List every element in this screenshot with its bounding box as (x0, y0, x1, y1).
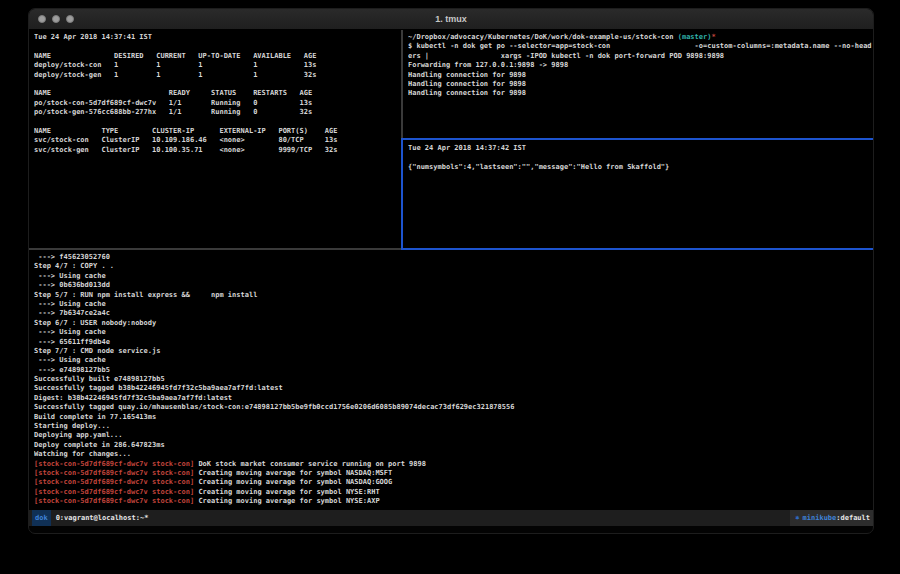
terminal-line: {"numsymbols":4,"lastseen":"","message":… (408, 163, 874, 172)
log-message: DoK stock market consumer service runnin… (198, 460, 426, 468)
terminal-line: ---> Using cache (34, 356, 874, 365)
tmux-status-bar: dok 0:vagrant@localhost:~* ⎈ minikube :d… (29, 510, 874, 526)
screen: { "window": { "title": "1. tmux" }, "col… (0, 0, 900, 574)
terminal-line: ---> 0b636bd013dd (34, 281, 874, 290)
log-pod-prefix: [stock-con-5d7df689cf-dwc7v stock-con] (34, 488, 198, 496)
terminal-line (34, 118, 401, 127)
kube-context-label: minikube (803, 514, 837, 522)
terminal-line: svc/stock-gen ClusterIP 10.100.35.71 <no… (34, 146, 401, 155)
terminal-line: ---> Using cache (34, 272, 874, 281)
kubernetes-helm-icon: ⎈ (795, 514, 799, 522)
log-message: Creating moving average for symbol NASDA… (198, 469, 392, 477)
terminal-line: NAME TYPE CLUSTER-IP EXTERNAL-IP PORT(S)… (34, 127, 401, 136)
git-branch-label: (master) (678, 33, 712, 41)
terminal-line: Handling connection for 9898 (408, 80, 874, 89)
terminal-line: ---> 7b6347ce2a4c (34, 309, 874, 318)
terminal-line: Tue 24 Apr 2018 14:37:42 IST (408, 144, 874, 153)
pane-port-forward[interactable]: ~/Dropbox/advocacy/Kubernetes/DoK/work/d… (403, 30, 874, 138)
terminal-line: NAME DESIRED CURRENT UP-TO-DATE AVAILABL… (34, 52, 401, 61)
terminal-line: Step 5/7 : RUN npm install express && np… (34, 291, 874, 300)
terminal-line: Successfully tagged quay.io/mhausenblas/… (34, 403, 874, 412)
log-message: Creating moving average for symbol NYSE:… (198, 497, 379, 505)
traffic-lights (38, 15, 74, 23)
terminal-line: [stock-con-5d7df689cf-dwc7v stock-con] C… (34, 497, 874, 506)
tmux-terminal: Tue 24 Apr 2018 14:37:41 ISTNAME DESIRED… (29, 30, 874, 510)
log-pod-prefix: [stock-con-5d7df689cf-dwc7v stock-con] (34, 478, 198, 486)
log-message: Creating moving average for symbol NASDA… (198, 478, 392, 486)
terminal-line: ers | xargs -IPOD kubectl -n dok port-fo… (408, 52, 874, 61)
git-dirty-flag: * (711, 33, 715, 41)
terminal-line: Handling connection for 9898 (408, 71, 874, 80)
pane-curl-output[interactable]: Tue 24 Apr 2018 14:37:42 IST{"numsymbols… (403, 141, 874, 248)
window-title: 1. tmux (435, 14, 467, 24)
shell-prompt-line: ~/Dropbox/advocacy/Kubernetes/DoK/work/d… (408, 33, 874, 42)
pane-kubectl-watch[interactable]: Tue 24 Apr 2018 14:37:41 ISTNAME DESIRED… (29, 30, 401, 248)
terminal-line: Deploying app.yaml... (34, 431, 874, 440)
terminal-line: Successfully built e74898127bb5 (34, 375, 874, 384)
terminal-line: [stock-con-5d7df689cf-dwc7v stock-con] D… (34, 460, 874, 469)
terminal-line: po/stock-gen-576cc688bb-277hx 1/1 Runnin… (34, 108, 401, 117)
terminal-line: Starting deploy... (34, 422, 874, 431)
terminal-line: ---> Using cache (34, 328, 874, 337)
pane-border-horizontal-active-top[interactable] (401, 138, 874, 140)
terminal-line: Tue 24 Apr 2018 14:37:41 IST (34, 33, 401, 42)
zoom-button[interactable] (66, 15, 74, 23)
terminal-line (34, 42, 401, 51)
terminal-line: po/stock-con-5d7df689cf-dwc7v 1/1 Runnin… (34, 99, 401, 108)
terminal-line: ---> e74898127bb5 (34, 366, 874, 375)
terminal-window: 1. tmux Tue 24 Apr 2018 14:37:41 ISTNAME… (28, 8, 874, 534)
terminal-line: [stock-con-5d7df689cf-dwc7v stock-con] C… (34, 469, 874, 478)
terminal-line: Watching for changes... (34, 450, 874, 459)
log-message: Creating moving average for symbol NYSE:… (198, 488, 379, 496)
terminal-line: Successfully tagged b38b42246945fd7f32c5… (34, 384, 874, 393)
terminal-line: Deploy complete in 286.647823ms (34, 441, 874, 450)
terminal-line (34, 80, 401, 89)
terminal-line: deploy/stock-gen 1 1 1 1 32s (34, 71, 401, 80)
terminal-line: Handling connection for 9898 (408, 89, 874, 98)
terminal-line: [stock-con-5d7df689cf-dwc7v stock-con] C… (34, 488, 874, 497)
tmux-session-name[interactable]: dok (32, 510, 51, 526)
close-button[interactable] (38, 15, 46, 23)
terminal-line: ---> f45623052760 (34, 253, 874, 262)
terminal-line: Digest: b38b42246945fd7f32c5ba9aea7af7fd… (34, 394, 874, 403)
terminal-line: svc/stock-con ClusterIP 10.109.186.46 <n… (34, 136, 401, 145)
pane-skaffold-log[interactable]: ---> f45623052760Step 4/7 : COPY . . ---… (29, 250, 874, 510)
terminal-line: ---> 65611ff9db4e (34, 338, 874, 347)
log-pod-prefix: [stock-con-5d7df689cf-dwc7v stock-con] (34, 497, 198, 505)
window-titlebar[interactable]: 1. tmux (29, 9, 873, 30)
terminal-line: Forwarding from 127.0.0.1:9898 -> 9898 (408, 61, 874, 70)
terminal-line: $ kubectl -n dok get po --selector=app=s… (408, 42, 874, 51)
terminal-line: Step 7/7 : CMD node service.js (34, 347, 874, 356)
terminal-line: Step 6/7 : USER nobody:nobody (34, 319, 874, 328)
terminal-line: [stock-con-5d7df689cf-dwc7v stock-con] C… (34, 478, 874, 487)
terminal-line (408, 153, 874, 162)
terminal-line: ---> Using cache (34, 300, 874, 309)
log-pod-prefix: [stock-con-5d7df689cf-dwc7v stock-con] (34, 469, 198, 477)
terminal-line: NAME READY STATUS RESTARTS AGE (34, 89, 401, 98)
kube-namespace-label: :default (836, 514, 870, 522)
minimize-button[interactable] (52, 15, 60, 23)
terminal-line: Build complete in 77.165413ms (34, 413, 874, 422)
tmux-status-right: ⎈ minikube :default (790, 510, 874, 526)
tmux-window-label[interactable]: 0:vagrant@localhost:~* (56, 514, 149, 522)
terminal-line: Step 4/7 : COPY . . (34, 262, 874, 271)
terminal-line: deploy/stock-con 1 1 1 1 13s (34, 61, 401, 70)
port-forward-output: $ kubectl -n dok get po --selector=app=s… (408, 42, 874, 98)
log-pod-prefix: [stock-con-5d7df689cf-dwc7v stock-con] (34, 460, 198, 468)
prompt-path: ~/Dropbox/advocacy/Kubernetes/DoK/work/d… (408, 33, 678, 41)
tmux-status-left: dok 0:vagrant@localhost:~* (29, 510, 148, 526)
